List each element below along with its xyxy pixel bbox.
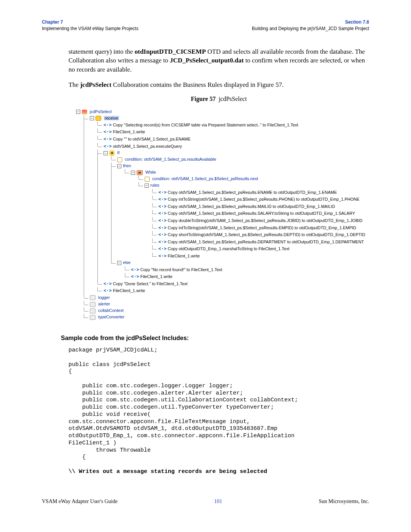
rule-icon: <·>: [158, 253, 167, 259]
paragraph-1: statement query) into the otdInputDTD_CI…: [68, 47, 369, 74]
if-icon: ◆: [109, 150, 115, 156]
rule-icon: <·>: [158, 211, 167, 216]
page-footer: VSAM eWay Adapter User's Guide 101 Sun M…: [42, 498, 369, 505]
while-icon: M: [137, 170, 143, 175]
rule-icon: <·>: [104, 122, 112, 128]
rule-icon: <·>: [158, 239, 167, 244]
business-rules-tree: – jcdPsSelect – receive <·> Copy "Select…: [68, 106, 369, 323]
rule-icon: <·>: [158, 225, 167, 230]
rule-icon: <·>: [158, 232, 167, 237]
rule-icon: <·>: [158, 218, 167, 223]
object-icon: [90, 315, 96, 320]
code-block: package prjVSAM_JCDjcdALL; public class …: [68, 347, 369, 461]
paragraph-2: The jcdPsSelect Collaboration contains t…: [68, 80, 369, 89]
rule-icon: <·>: [158, 204, 167, 209]
collapse-icon[interactable]: –: [76, 110, 80, 114]
collapse-icon[interactable]: –: [117, 164, 121, 168]
rule-icon: <·>: [104, 144, 112, 149]
section-label: Section 7.6: [252, 19, 369, 26]
figure-caption: Figure 57 jcdPsSelect: [68, 96, 369, 102]
rule-icon: <·>: [131, 267, 139, 272]
rule-icon: <·>: [104, 129, 112, 134]
root-icon: [82, 110, 87, 114]
code-blank: [68, 461, 369, 468]
chapter-label: Chapter 7: [42, 19, 139, 26]
object-icon: [90, 308, 96, 313]
footer-right: Sun Microsystems, Inc.: [319, 498, 369, 505]
collapse-icon[interactable]: –: [90, 116, 94, 120]
section-title: Building and Deploying the prjVSAM_JCD S…: [252, 26, 369, 32]
folder-icon: [96, 116, 101, 121]
condition-icon: [145, 177, 150, 182]
chapter-title: Implementing the VSAM eWay Sample Projec…: [42, 26, 139, 32]
object-icon: [90, 295, 96, 300]
rule-icon: <·>: [104, 136, 112, 142]
object-icon: [90, 302, 96, 307]
tree-receive[interactable]: receive: [104, 116, 119, 120]
collapse-icon[interactable]: –: [104, 151, 108, 155]
collapse-icon[interactable]: –: [145, 184, 149, 188]
tree-root: jcdPsSelect: [90, 109, 112, 114]
rule-icon: <·>: [158, 246, 167, 251]
footer-left: VSAM eWay Adapter User's Guide: [42, 498, 118, 505]
rule-icon: <·>: [158, 190, 167, 195]
code-sample-heading: Sample code from the jcdPsSelect Include…: [61, 335, 369, 342]
collapse-icon[interactable]: –: [131, 171, 135, 175]
rule-icon: <·>: [104, 288, 112, 293]
code-comment: \\ Writes out a message stating records …: [68, 468, 369, 476]
rule-icon: <·>: [158, 197, 167, 202]
condition-icon: [117, 157, 122, 162]
collapse-icon[interactable]: –: [117, 261, 121, 265]
page-number: 101: [214, 498, 222, 505]
rule-icon: <·>: [131, 274, 139, 279]
rule-icon: <·>: [104, 281, 112, 286]
page-header: Chapter 7 Implementing the VSAM eWay Sam…: [42, 19, 369, 32]
